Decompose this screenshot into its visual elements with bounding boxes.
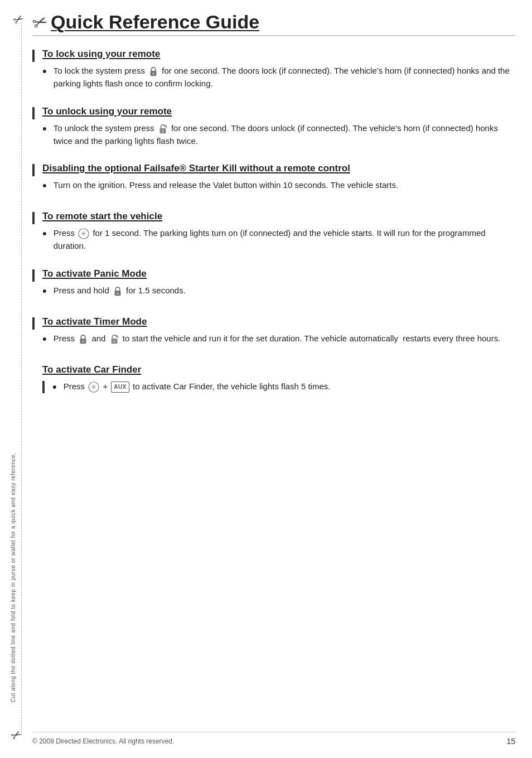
section-content-unlock: To unlock using your remote • To unlock … <box>42 106 515 151</box>
bullet-list-failsafe: • Turn on the ignition. Press and releas… <box>42 178 515 195</box>
bullet-icon: • <box>42 282 47 301</box>
bullet-text: To unlock the system press for one secon… <box>54 122 515 148</box>
star-icon: ✳ <box>78 228 89 239</box>
section-content-remote-start: To remote start the vehicle • Press ✳ <box>42 211 515 256</box>
bullet-text: To lock the system press for one second.… <box>54 64 515 90</box>
svg-rect-1 <box>153 73 154 75</box>
list-item: • Turn on the ignition. Press and releas… <box>42 178 515 195</box>
bullet-icon: • <box>42 62 47 81</box>
bullet-icon: • <box>52 378 57 397</box>
section-content-panic: To activate Panic Mode • Press and hold <box>42 268 515 304</box>
section-remote-start: To remote start the vehicle • Press ✳ <box>32 211 515 256</box>
section-heading-lock: To lock using your remote <box>42 49 515 60</box>
section-heading-timer: To activate Timer Mode <box>42 316 515 327</box>
list-item: • To unlock the system press <box>42 122 515 148</box>
page-title: Quick Reference Guide <box>51 11 259 33</box>
bullet-text: Press ✳ for 1 second. The parking lights… <box>54 226 515 253</box>
section-panic: To activate Panic Mode • Press and hold <box>32 268 515 304</box>
list-item: • To lock the system press for one sec <box>42 64 515 90</box>
svg-text:✳: ✳ <box>91 383 96 391</box>
bullet-list-panic: • Press and hold for 1.5 seconds. <box>42 284 515 301</box>
unlock-icon-2 <box>109 334 119 345</box>
main-content: ✂ Quick Reference Guide To lock using yo… <box>32 0 515 433</box>
section-timer: To activate Timer Mode • Press <box>32 316 515 352</box>
bullet-text: Turn on the ignition. Press and release … <box>54 178 515 191</box>
section-bar-lock <box>32 50 35 62</box>
side-text: Cut along the dotted line and fold to ke… <box>10 56 16 702</box>
bullet-list-remote-start: • Press ✳ for 1 second. The parking ligh… <box>42 226 515 253</box>
bullet-list-lock: • To lock the system press for one sec <box>42 64 515 90</box>
lock-icon-2 <box>113 286 123 297</box>
svg-text:✳: ✳ <box>81 230 86 238</box>
unlock-icon <box>158 123 168 134</box>
section-content-lock: To lock using your remote • To lock the … <box>42 49 515 94</box>
section-heading-remote-start: To remote start the vehicle <box>42 211 515 222</box>
section-heading-failsafe: Disabling the optional Failsafe® Starter… <box>42 163 515 174</box>
section-heading-panic: To activate Panic Mode <box>42 268 515 279</box>
list-item: • Press and hold for 1.5 seconds. <box>42 284 515 301</box>
section-bar-unlock <box>32 107 35 119</box>
bullet-list-timer: • Press and <box>42 332 515 349</box>
section-unlock: To unlock using your remote • To unlock … <box>32 106 515 151</box>
bullet-text: Press and hold for 1.5 seconds. <box>54 284 515 297</box>
star-icon-2: ✳ <box>88 382 99 393</box>
bullet-icon: • <box>42 176 47 195</box>
bullet-icon: • <box>42 224 47 243</box>
bullet-icon: • <box>42 119 47 138</box>
section-bar-remote-start <box>32 212 35 224</box>
section-car-finder: To activate Car Finder • Press ✳ <box>32 364 515 400</box>
cut-line <box>21 22 22 736</box>
list-item: • Press ✳ for 1 second. The parking ligh… <box>42 226 515 253</box>
section-bar-timer <box>32 317 35 330</box>
bullet-text: Press and <box>54 332 515 345</box>
bullet-list-car-finder: • Press ✳ + AUX to activate Ca <box>42 380 515 397</box>
section-bar-failsafe <box>32 164 35 176</box>
bullet-icon: • <box>42 330 47 349</box>
bullet-text: Press ✳ + AUX to activate Car Finder, th… <box>64 380 515 393</box>
section-bar-car-finder <box>42 381 45 393</box>
aux-icon: AUX <box>111 382 129 393</box>
svg-rect-7 <box>117 292 119 294</box>
scissors-top-icon: ✂ <box>11 11 27 28</box>
svg-rect-3 <box>162 130 163 132</box>
title-area: ✂ Quick Reference Guide <box>32 11 515 36</box>
list-item: • Press and <box>42 332 515 349</box>
and-text: and <box>91 334 105 343</box>
section-content-failsafe: Disabling the optional Failsafe® Starter… <box>42 163 515 199</box>
section-heading-unlock: To unlock using your remote <box>42 106 515 117</box>
footer-copyright: © 2009 Directed Electronics. All rights … <box>32 737 174 745</box>
footer-page-number: 15 <box>506 737 515 746</box>
title-scissors-icon: ✂ <box>29 9 50 35</box>
scissors-bottom-icon: ✂ <box>8 726 25 744</box>
section-heading-car-finder: To activate Car Finder <box>42 364 515 375</box>
svg-rect-11 <box>113 340 115 342</box>
svg-rect-9 <box>83 340 84 342</box>
section-content-timer: To activate Timer Mode • Press <box>42 316 515 352</box>
bullet-list-unlock: • To unlock the system press <box>42 122 515 148</box>
lock-icon <box>148 66 158 77</box>
lock-icon-3 <box>78 334 88 345</box>
footer: © 2009 Directed Electronics. All rights … <box>32 732 515 746</box>
list-item: • Press ✳ + AUX to activate Ca <box>42 380 515 397</box>
page-container: Cut along the dotted line and fold to ke… <box>0 0 532 758</box>
section-content-car-finder: To activate Car Finder • Press ✳ <box>32 364 515 400</box>
section-bar-panic <box>32 269 35 282</box>
section-failsafe: Disabling the optional Failsafe® Starter… <box>32 163 515 199</box>
section-lock: To lock using your remote • To lock the … <box>32 49 515 94</box>
